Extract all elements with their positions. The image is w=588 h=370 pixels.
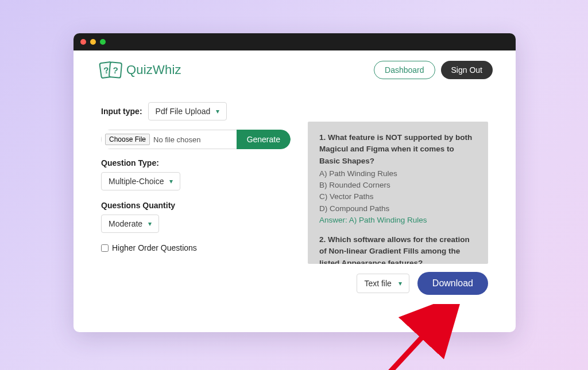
question-prompt: 1. What feature is NOT supported by both… — [319, 132, 477, 167]
window-close-icon[interactable] — [80, 39, 86, 45]
download-format-value: Text file — [364, 279, 391, 288]
question-option: C) Vector Paths — [319, 191, 477, 202]
generate-button[interactable]: Generate — [237, 130, 291, 149]
question-answer: Answer: A) Path Winding Rules — [319, 215, 477, 226]
brand-name: QuizWhiz — [126, 63, 181, 77]
question-prompt: 2. Which software allows for the creatio… — [319, 234, 477, 264]
app-header: ? ? QuizWhiz Dashboard Sign Out — [74, 50, 516, 87]
chevron-down-icon: ▾ — [399, 279, 402, 287]
higher-order-checkbox-row[interactable]: Higher Order Questions — [101, 243, 291, 252]
questions-quantity-select[interactable]: Moderate ▾ — [101, 215, 159, 233]
brand-logo[interactable]: ? ? QuizWhiz — [100, 62, 181, 78]
question-option: A) Path Winding Rules — [319, 168, 477, 180]
main-content: Input type: Pdf File Upload ▾ Choose Fil… — [74, 87, 516, 332]
file-status-text: No file chosen — [153, 135, 200, 144]
download-format-select[interactable]: Text file ▾ — [357, 274, 409, 293]
app-window: ? ? QuizWhiz Dashboard Sign Out Input ty… — [74, 33, 516, 332]
choose-file-button[interactable]: Choose File — [105, 134, 150, 145]
input-type-label: Input type: — [101, 107, 142, 116]
settings-panel: Input type: Pdf File Upload ▾ Choose Fil… — [101, 102, 291, 295]
question-type-value: Multiple-Choice — [109, 177, 164, 186]
question-option: B) Rounded Corners — [319, 180, 477, 191]
logo-icon: ? ? — [100, 62, 122, 78]
questions-quantity-value: Moderate — [109, 219, 142, 228]
signout-button[interactable]: Sign Out — [441, 61, 493, 79]
file-input[interactable]: Choose File No file chosen — [101, 130, 237, 149]
question-type-label: Question Type: — [101, 158, 291, 168]
chevron-down-icon: ▾ — [169, 177, 173, 185]
questions-quantity-label: Questions Quantity — [101, 201, 291, 210]
higher-order-checkbox[interactable] — [101, 244, 109, 252]
download-button[interactable]: Download — [417, 272, 488, 295]
question-type-select[interactable]: Multiple-Choice ▾ — [101, 172, 180, 190]
window-maximize-icon[interactable] — [100, 39, 106, 45]
chevron-down-icon: ▾ — [216, 107, 219, 115]
input-type-value: Pdf File Upload — [156, 107, 211, 116]
question-option: D) Compound Paths — [319, 203, 477, 215]
results-panel: 1. What feature is NOT supported by both… — [308, 122, 488, 264]
input-type-select[interactable]: Pdf File Upload ▾ — [148, 102, 227, 120]
dashboard-button[interactable]: Dashboard — [374, 61, 435, 79]
window-titlebar — [74, 33, 516, 50]
chevron-down-icon: ▾ — [148, 220, 152, 228]
window-minimize-icon[interactable] — [90, 39, 96, 45]
higher-order-label: Higher Order Questions — [112, 243, 197, 252]
